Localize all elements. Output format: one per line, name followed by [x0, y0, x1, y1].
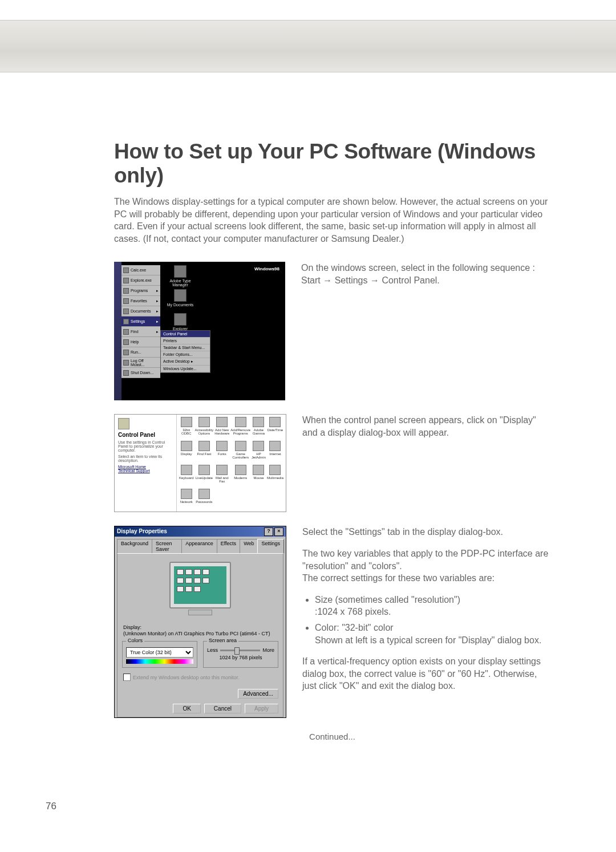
tab-appearance[interactable]: Appearance	[181, 539, 217, 553]
extend-desktop-checkbox[interactable]	[123, 674, 131, 681]
start-menu-item[interactable]: Programs▸	[121, 286, 160, 296]
start-menu-item[interactable]: Shut Down...	[121, 368, 160, 378]
windows-logo-text: Windows98	[254, 266, 279, 271]
submenu-item[interactable]: Printers	[161, 338, 210, 344]
cancel-button[interactable]: Cancel	[204, 704, 241, 713]
submenu-item[interactable]: Folder Options...	[161, 351, 210, 358]
step3-p3: If a vertical-frequency option exists on…	[302, 655, 550, 692]
start-menu-item[interactable]: Explore.exe	[121, 275, 160, 286]
cp-hint: Use the settings in Control Panel to per…	[118, 440, 173, 452]
control-panel-item[interactable]: Game Controllers	[230, 441, 250, 464]
control-panel-item[interactable]: Passwords	[195, 489, 214, 512]
slider-max-label: More	[262, 647, 274, 653]
desktop-icon[interactable]: Explorer	[165, 313, 195, 331]
desktop-icon-label: My Documents	[167, 303, 194, 307]
monitor-preview	[166, 562, 234, 619]
tab-settings[interactable]: Settings	[257, 539, 284, 553]
my-documents-icon	[174, 289, 187, 302]
settings-submenu: Control PanelPrintersTaskbar & Start Men…	[160, 330, 210, 373]
control-panel-title: Control Panel	[118, 432, 155, 438]
control-panel-item[interactable]: Add New Hardware	[214, 417, 229, 440]
colors-legend: Colors	[126, 638, 144, 643]
tab-background[interactable]: Background	[117, 539, 152, 553]
step2-text: When the control panel screen appears, c…	[302, 414, 550, 439]
submenu-item[interactable]: Active Desktop ▸	[161, 358, 210, 366]
control-panel-icon	[118, 418, 129, 429]
color-preview-bar	[126, 659, 193, 664]
control-panel-item[interactable]: Internet	[267, 441, 283, 464]
control-panel-item[interactable]: Network	[179, 489, 194, 512]
cp-link[interactable]: Microsoft Home	[118, 465, 173, 469]
control-panel-item[interactable]: Fonts	[214, 441, 229, 464]
control-panel-item[interactable]: Keyboard	[179, 465, 194, 488]
step3-list: Size (sometimes called "resolution") :10…	[302, 594, 550, 646]
desktop-icon-label: Adobe Type Manager	[169, 279, 191, 287]
start-menu: Calc.exeExplore.exePrograms▸Favorites▸Do…	[121, 265, 160, 378]
start-menu-item[interactable]: Settings▸	[121, 317, 160, 327]
control-panel-item[interactable]: Add/Remove Programs	[230, 417, 250, 440]
advanced-button[interactable]: Advanced...	[238, 689, 278, 699]
screenshot-control-panel: Control Panel Use the settings in Contro…	[114, 414, 286, 512]
help-button[interactable]: ?	[264, 528, 273, 536]
page-number: 76	[46, 801, 56, 812]
list-item: Size (sometimes called "resolution") :10…	[315, 594, 550, 618]
submenu-item[interactable]: Taskbar & Start Menu...	[161, 344, 210, 351]
tab-screen-saver[interactable]: Screen Saver	[152, 539, 182, 553]
dialog-title: Display Properties	[117, 526, 167, 537]
control-panel-item[interactable]: Modems	[230, 465, 250, 488]
resolution-value: 1024 by 768 pixels	[207, 655, 274, 660]
screen-area-legend: Screen area	[207, 638, 238, 643]
start-menu-item[interactable]: Find▸	[121, 327, 160, 337]
start-menu-item[interactable]: Help	[121, 337, 160, 347]
control-panel-item[interactable]: HP JetAdmin	[252, 441, 266, 464]
start-banner: Windows98	[110, 374, 115, 397]
header-band	[0, 20, 616, 72]
start-menu-item[interactable]: Run...	[121, 347, 160, 358]
adobe-type-manager-icon	[174, 265, 187, 278]
step3-p1: Select the "Settings" tab in the display…	[302, 526, 550, 538]
step1-text: On the windows screen, select in the fol…	[301, 262, 550, 286]
control-panel-item[interactable]: Mouse	[252, 465, 266, 488]
start-menu-item[interactable]: Documents▸	[121, 306, 160, 317]
resolution-slider[interactable]: Less More	[207, 647, 274, 653]
control-panel-item[interactable]: Mail and Fax	[214, 465, 229, 488]
screenshot-display-properties: Display Properties ? × BackgroundScreen …	[114, 526, 286, 718]
apply-button[interactable]: Apply	[245, 704, 278, 713]
control-panel-item[interactable]: Adobe Gamma	[252, 417, 266, 440]
control-panel-item[interactable]: LiveUpdate	[195, 465, 214, 488]
control-panel-item[interactable]: Find Fast	[195, 441, 214, 464]
start-menu-item[interactable]: Favorites▸	[121, 296, 160, 306]
display-label: Display:	[123, 624, 278, 630]
cp-link[interactable]: Technical Support	[118, 469, 173, 473]
cp-hint: Select an item to view its description.	[118, 455, 173, 462]
screenshot-start-menu: Windows98 Windows98 Adobe Type Manager M…	[114, 262, 285, 400]
start-menu-item[interactable]: Log Off Mcast...	[121, 358, 160, 368]
slider-min-label: Less	[207, 647, 218, 653]
control-panel-item[interactable]: Accessibility Options	[195, 417, 214, 440]
desktop-icon[interactable]: Adobe Type Manager	[165, 265, 195, 287]
tab-effects[interactable]: Effects	[217, 539, 240, 553]
intro-paragraph: The Windows display-settings for a typic…	[114, 196, 550, 245]
close-button[interactable]: ×	[274, 528, 283, 536]
submenu-item[interactable]: Control Panel	[161, 331, 210, 338]
list-item: Color: "32-bit" color Shown at left is a…	[315, 622, 550, 646]
extend-desktop-label: Extend my Windows desktop onto this moni…	[133, 675, 240, 680]
submenu-item[interactable]: Windows Update...	[161, 366, 210, 372]
control-panel-item[interactable]: 32bit ODBC	[179, 417, 194, 440]
tab-web[interactable]: Web	[240, 539, 258, 553]
start-menu-item[interactable]: Calc.exe	[121, 265, 160, 275]
display-name: (Unknown Monitor) on ATI Graphics Pro Tu…	[123, 631, 278, 636]
explorer-icon	[174, 313, 187, 326]
page-title: How to Set up Your PC Software (Windows …	[114, 140, 550, 188]
desktop-icon[interactable]: My Documents	[165, 289, 195, 307]
step3-p2: The two key variables that apply to the …	[302, 547, 550, 585]
control-panel-item[interactable]: Display	[179, 441, 194, 464]
continued-label: Continued...	[114, 732, 550, 741]
control-panel-item[interactable]: Date/Time	[267, 417, 283, 440]
control-panel-item[interactable]: Multimedia	[267, 465, 283, 488]
colors-select[interactable]: True Color (32 bit)	[126, 647, 193, 658]
ok-button[interactable]: OK	[173, 704, 200, 713]
